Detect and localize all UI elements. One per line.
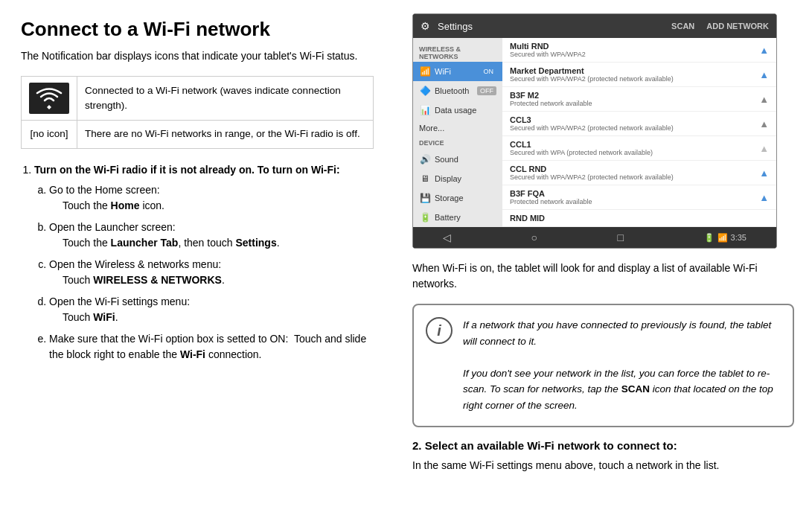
sidebar-item-bluetooth[interactable]: 🔷 Bluetooth OFF [413,81,502,100]
time-display: 3:35 [731,233,747,242]
display-label: Display [435,174,461,183]
substep-a: Go to the Home screen: Touch the Home ic… [49,182,374,214]
display-icon: 🖥 [419,173,431,185]
step1-label: Turn on the Wi-Fi radio if it is not alr… [34,164,340,176]
networks-panel: Multi RND Secured with WPA/WPA2 ▲ Market… [502,38,776,227]
tablet-screenshot: ⚙ Settings SCAN ADD NETWORK WIRELESS & N… [412,13,777,249]
scan-button[interactable]: SCAN [671,22,694,31]
network-ccl3[interactable]: CCL3 Secured with WPA/WPA2 (protected ne… [502,112,776,136]
substep-c: Open the Wireless & networks menu: Touch… [49,257,374,288]
settings-sidebar: WIRELESS & NETWORKS 📶 WiFi ON 🔷 Bluetoot… [413,38,502,227]
sidebar-item-storage[interactable]: 💾 Storage [413,188,502,208]
sidebar-item-sound[interactable]: 🔊 Sound [413,150,502,169]
network-ccl-rnd[interactable]: CCL RND Secured with WPA/WPA2 (protected… [502,161,776,185]
battery-status-icon: 🔋 [704,233,715,243]
data-usage-label: Data usage [435,106,476,115]
intro-text: The Notification bar displays icons that… [21,48,374,64]
substep-b: Open the Launcher screen: Touch the Laun… [49,220,374,251]
sound-label: Sound [435,155,458,164]
info-para1: If a network that you have connected to … [463,317,781,349]
sidebar-item-display[interactable]: 🖥 Display [413,169,502,188]
wifi-signal-icon: ▲ [759,118,769,130]
substep-b-indent: Touch the Launcher Tab, then touch Setti… [63,235,374,251]
add-network-button[interactable]: ADD NETWORK [706,22,769,31]
wifi-toggle[interactable]: ON [481,67,497,76]
wifi-signal-icon: ▲ [759,167,769,179]
info-box: i If a network that you have connected t… [412,304,794,427]
status-icons: 🔋 📶 3:35 [704,233,747,243]
bluetooth-toggle[interactable]: OFF [477,86,496,95]
toolbar-actions: SCAN ADD NETWORK [671,22,769,31]
substep-d-indent: Touch WiFi. [63,310,374,325]
substep-d: Open the Wi-Fi settings menu: Touch WiFi… [49,294,374,325]
network-multi-rnd[interactable]: Multi RND Secured with WPA/WPA2 ▲ [502,38,776,63]
step2-text: In the same Wi-Fi settings menu above, t… [412,458,794,473]
storage-label: Storage [435,194,464,202]
step2-title: 2. Select an available Wi-Fi network to … [412,439,794,452]
tablet-bottom-bar: ◁ ○ □ 🔋 📶 3:35 [413,227,776,248]
sidebar-item-data-usage[interactable]: 📊 Data usage [413,100,502,120]
wifi-signal-icon: ▲ [759,69,769,80]
sidebar-item-wifi[interactable]: 📶 WiFi ON [413,62,502,81]
icon-table: Connected to a Wi-Fi network (waves indi… [21,76,374,149]
battery-icon: 🔋 [419,211,431,223]
network-b3f-fqa[interactable]: B3F FQA Protected network available ▲ [502,185,776,210]
wifi-signal-icon: ▲ [759,94,769,105]
nav-back-button[interactable]: ◁ [443,232,451,243]
tablet-content: WIRELESS & NETWORKS 📶 WiFi ON 🔷 Bluetoot… [413,38,776,227]
substep-e: Make sure that the Wi-Fi option box is s… [49,331,374,363]
sidebar-item-battery[interactable]: 🔋 Battery [413,208,502,227]
wifi-icon-cell [22,77,77,121]
storage-icon: 💾 [419,192,431,204]
right-panel: ⚙ Settings SCAN ADD NETWORK WIRELESS & N… [394,0,812,530]
wifi-signal-icon: ▲ [759,45,769,56]
more-label: More... [419,124,444,132]
wifi-connected-desc: Connected to a Wi-Fi network (waves indi… [77,77,374,121]
network-b3f-m2[interactable]: B3F M2 Protected network available ▲ [502,87,776,112]
network-rnd-mid[interactable]: RND MID [502,210,776,227]
sound-icon: 🔊 [419,153,431,165]
nav-recent-button[interactable]: □ [618,232,624,243]
info-para2: If you don't see your network in the lis… [463,365,781,414]
substep-c-indent: Touch WIRELESS & NETWORKS. [63,272,374,288]
wifi-signal-icon: ▲ [759,192,769,203]
wifi-icon-img [29,83,69,114]
no-wifi-desc: There are no Wi-Fi networks in range, or… [77,121,374,148]
no-icon-label: [no icon] [22,121,77,148]
step1: Turn on the Wi-Fi radio if it is not alr… [34,162,374,363]
substep-a-indent: Touch the Home icon. [63,198,374,214]
wifi-status-icon: 📶 [717,233,728,243]
steps-list: Turn on the Wi-Fi radio if it is not alr… [34,162,374,363]
left-panel: Connect to a Wi-Fi network The Notificat… [0,0,394,530]
tablet-toolbar: ⚙ Settings SCAN ADD NETWORK [413,14,776,38]
wifi-signal-icon: ▲ [759,143,769,154]
sidebar-item-more[interactable]: More... [413,120,502,136]
page-title: Connect to a Wi-Fi network [21,18,374,41]
wifi-label: WiFi [435,67,451,76]
device-section: DEVICE [413,136,502,150]
settings-gear-icon: ⚙ [421,20,430,32]
info-icon: i [426,317,453,344]
wifi-sidebar-icon: 📶 [419,66,431,77]
substeps-list: Go to the Home screen: Touch the Home ic… [49,182,374,363]
toolbar-title: Settings [438,21,664,32]
when-wifi-on-text: When Wi-Fi is on, the tablet will look f… [412,261,794,292]
bluetooth-icon: 🔷 [419,85,431,97]
nav-home-button[interactable]: ○ [531,232,537,243]
network-ccl1[interactable]: CCL1 Secured with WPA (protected network… [502,136,776,161]
data-usage-icon: 📊 [419,104,431,116]
wireless-networks-section: WIRELESS & NETWORKS [413,41,502,62]
bluetooth-label: Bluetooth [435,86,469,95]
battery-label: Battery [435,213,461,222]
info-box-text: If a network that you have connected to … [463,317,781,414]
network-market-dept[interactable]: Market Department Secured with WPA/WPA2 … [502,63,776,87]
